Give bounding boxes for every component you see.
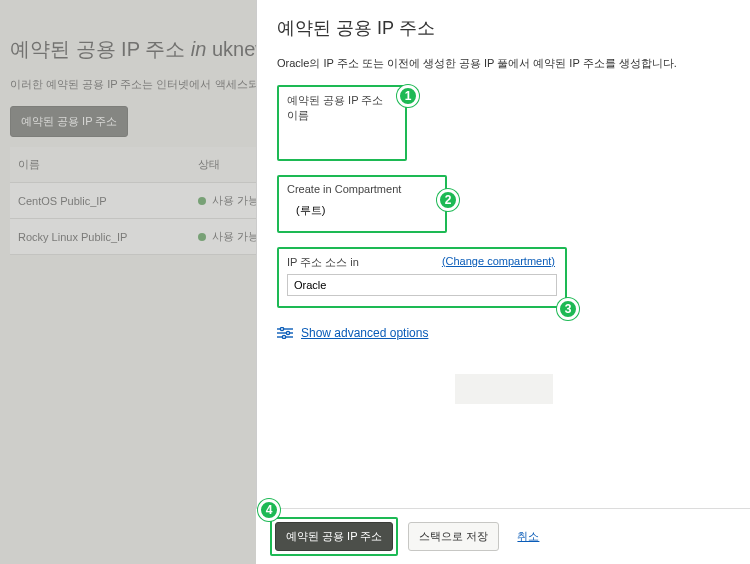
advanced-row: Show advanced options [277, 326, 730, 340]
col-name: 이름 [10, 147, 190, 183]
status-dot-icon [198, 233, 206, 241]
reserved-ip-list-button[interactable]: 예약된 공용 IP 주소 [10, 106, 128, 137]
status-dot-icon [198, 197, 206, 205]
placeholder-image [455, 374, 553, 404]
create-reserved-ip-button[interactable]: 예약된 공용 IP 주소 [275, 522, 393, 551]
panel-desc: Oracle의 IP 주소 또는 이전에 생성한 공용 IP 풀에서 예약된 I… [277, 56, 730, 71]
svg-point-1 [280, 327, 283, 330]
cancel-link[interactable]: 취소 [517, 529, 539, 544]
compartment-input[interactable] [287, 199, 437, 221]
status-text: 사용 가능 [212, 194, 259, 206]
step-badge-4: 4 [258, 499, 280, 521]
create-ip-panel: 예약된 공용 IP 주소 Oracle의 IP 주소 또는 이전에 생성한 공용… [256, 0, 750, 564]
cell-name: CentOS Public_IP [10, 183, 190, 219]
compartment-label: Create in Compartment [287, 183, 437, 195]
name-input[interactable] [287, 127, 397, 149]
status-text: 사용 가능 [212, 230, 259, 242]
advanced-options-link[interactable]: Show advanced options [301, 326, 428, 340]
step-badge-2: 2 [437, 189, 459, 211]
svg-point-5 [282, 335, 285, 338]
cell-name: Rocky Linux Public_IP [10, 219, 190, 255]
primary-highlight: 예약된 공용 IP 주소 4 [270, 517, 398, 556]
page-title-in: in [191, 38, 207, 60]
change-compartment-link[interactable]: (Change compartment) [442, 255, 555, 267]
action-bar: 예약된 공용 IP 주소 4 스택으로 저장 취소 [256, 508, 750, 564]
source-input[interactable] [287, 274, 557, 296]
step-badge-1: 1 [397, 85, 419, 107]
page-title-prefix: 예약된 공용 IP 주소 [10, 38, 191, 60]
name-field-box: 예약된 공용 IP 주소 이름 1 [277, 85, 407, 161]
svg-point-3 [286, 331, 289, 334]
name-label: 예약된 공용 IP 주소 이름 [287, 93, 397, 123]
step-badge-3: 3 [557, 298, 579, 320]
compartment-field-box: Create in Compartment 2 [277, 175, 447, 233]
sliders-icon [277, 327, 293, 339]
source-field-box: IP 주소 소스 in (Change compartment) 3 [277, 247, 567, 308]
save-as-stack-button[interactable]: 스택으로 저장 [408, 522, 499, 551]
panel-title: 예약된 공용 IP 주소 [277, 16, 730, 40]
